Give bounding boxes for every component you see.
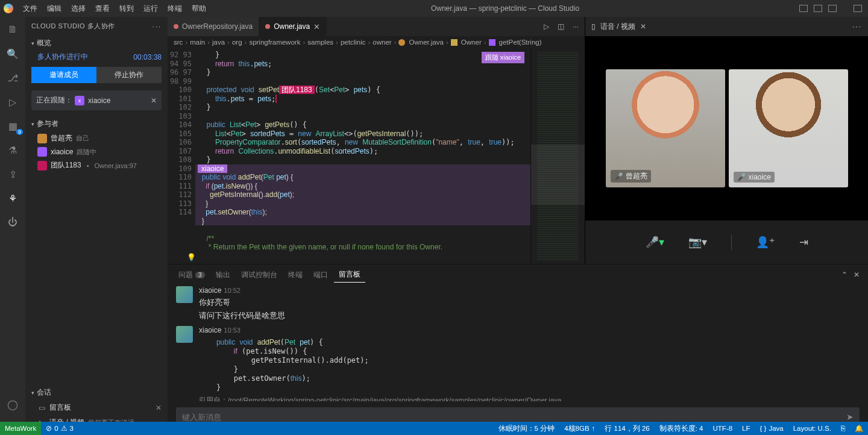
stop-following-button[interactable]: ✕ bbox=[151, 96, 157, 105]
status-layout[interactable]: Layout: U.S. bbox=[788, 425, 836, 432]
status-idle[interactable]: 休眠时间：5 分钟 bbox=[494, 424, 560, 433]
app-logo bbox=[4, 4, 13, 13]
session-messageboard[interactable]: ▭ 留言板 ✕ bbox=[25, 400, 168, 415]
code-area[interactable]: } return this.pets; } protected void set… bbox=[198, 48, 530, 264]
avatar-icon bbox=[176, 286, 193, 303]
menu-file[interactable]: 文件 bbox=[18, 4, 42, 14]
lightbulb-icon[interactable]: 💡 bbox=[187, 253, 196, 261]
panel-tab-debug[interactable]: 调试控制台 bbox=[236, 268, 282, 283]
mic-toggle-button[interactable]: 🎤▾ bbox=[646, 236, 664, 249]
layout-toggle-left-icon[interactable] bbox=[799, 5, 808, 12]
panel-tab-ports[interactable]: 端口 bbox=[309, 268, 333, 283]
editor-tabs: OwnerRepository.java Owner.java ✕ ▷ ◫ ··… bbox=[168, 17, 585, 36]
bottom-panel: 问题3 输出 调试控制台 终端 端口 留言板 ⌃ ✕ xiaoice10:52 … bbox=[168, 264, 868, 435]
leave-call-button[interactable]: ⇥ bbox=[799, 236, 808, 249]
git-modified-icon bbox=[174, 24, 178, 29]
message-item: xiaoice10:52 你好亮哥 请问下这行代码是啥意思 bbox=[176, 286, 860, 321]
run-button-icon[interactable]: ▷ bbox=[544, 22, 549, 31]
sidebar: CLOUD STUDIO 多人协作 ··· 概览 多人协作进行中 00:03:3… bbox=[25, 17, 168, 435]
section-sessions[interactable]: 会话 bbox=[25, 385, 168, 400]
send-button-icon[interactable]: ➤ bbox=[846, 412, 854, 422]
layout-grid-icon[interactable] bbox=[854, 5, 862, 12]
testing-icon[interactable]: ⚗ bbox=[6, 143, 19, 157]
search-icon[interactable]: 🔍 bbox=[6, 47, 19, 60]
panel-tab-terminal[interactable]: 终端 bbox=[283, 268, 307, 283]
participant-row[interactable]: 团队1183 Owner.java:97 bbox=[25, 158, 168, 172]
following-avatar-icon: x bbox=[75, 96, 84, 105]
layout-toggle-right-icon[interactable] bbox=[828, 5, 837, 12]
panel-tab-messageboard[interactable]: 留言板 bbox=[334, 267, 365, 283]
video-camera-icon: ▯ bbox=[591, 22, 596, 31]
code-reference[interactable]: 引用自：/root/RemoteWorking/spring-petclinic… bbox=[199, 396, 860, 401]
explorer-icon[interactable]: 🗎 bbox=[6, 23, 19, 36]
menubar: 文件 编辑 选择 查看 转到 运行 终端 帮助 Owner.java — spr… bbox=[0, 0, 868, 17]
collab-timer: 00:03:38 bbox=[133, 53, 162, 61]
panel-tab-problems[interactable]: 问题3 bbox=[174, 268, 210, 283]
layout-toggle-bottom-icon[interactable] bbox=[814, 5, 822, 12]
more-actions-icon[interactable]: ··· bbox=[852, 22, 862, 31]
add-participant-button[interactable]: 👤⁺ bbox=[756, 236, 775, 249]
video-controls: 🎤▾ 📷▾ 👤⁺ ⇥ bbox=[585, 221, 868, 264]
split-editor-icon[interactable]: ◫ bbox=[558, 22, 564, 31]
status-indent[interactable]: 制表符长度: 4 bbox=[655, 424, 708, 433]
section-overview[interactable]: 概览 bbox=[25, 36, 168, 51]
menu-run[interactable]: 运行 bbox=[139, 4, 163, 14]
status-notifications-icon[interactable]: 🔔 bbox=[850, 424, 868, 433]
status-problems[interactable]: ⊘0 ⚠3 bbox=[41, 424, 78, 433]
video-panel: ▯ 语音 / 视频 ✕ ··· 🎤曾超亮 🎤xiaoice 🎤▾ bbox=[585, 17, 868, 264]
sidebar-more-icon[interactable]: ··· bbox=[153, 23, 162, 30]
account-icon[interactable]: ◯ bbox=[6, 398, 19, 411]
mic-active-icon: 🎤 bbox=[614, 172, 623, 181]
participant-row[interactable]: 曾超亮 自己 bbox=[25, 131, 168, 145]
tab-owner-repository[interactable]: OwnerRepository.java bbox=[168, 17, 259, 36]
git-modified-icon bbox=[265, 24, 270, 29]
minimap[interactable] bbox=[530, 48, 585, 264]
window-title: Owner.java — spring-petclinic — Cloud St… bbox=[431, 4, 579, 13]
extensions-icon[interactable]: ▦ bbox=[6, 119, 19, 133]
section-participants[interactable]: 参与者 bbox=[25, 116, 168, 131]
status-feedback-icon[interactable]: ⎘ bbox=[836, 425, 850, 432]
status-cursor-pos[interactable]: 行 114，列 26 bbox=[600, 424, 654, 433]
message-input[interactable] bbox=[182, 413, 846, 422]
source-control-icon[interactable]: ⎇ bbox=[6, 71, 19, 84]
menu-select[interactable]: 选择 bbox=[66, 4, 90, 14]
rocket-icon[interactable]: ⇪ bbox=[6, 167, 19, 181]
message-list: xiaoice10:52 你好亮哥 请问下这行代码是啥意思 xiaoice10:… bbox=[168, 283, 868, 401]
menu-help[interactable]: 帮助 bbox=[187, 4, 211, 14]
menu-view[interactable]: 查看 bbox=[90, 4, 115, 14]
sidebar-title: CLOUD STUDIO 多人协作 bbox=[31, 22, 115, 31]
menu-go[interactable]: 转到 bbox=[115, 4, 139, 14]
breadcrumb[interactable]: src› main› java› org› springframework› s… bbox=[168, 36, 585, 48]
follow-pill[interactable]: 跟随 xiaoice bbox=[482, 52, 524, 63]
panel-tab-output[interactable]: 输出 bbox=[211, 268, 235, 283]
following-indicator: 正在跟随： x xiaoice ✕ bbox=[31, 90, 162, 110]
close-icon[interactable]: ✕ bbox=[640, 22, 646, 31]
run-debug-icon[interactable]: ▷ bbox=[6, 95, 19, 108]
status-spec[interactable]: 4核8GB↑ bbox=[559, 424, 600, 433]
invite-button[interactable]: 邀请成员 bbox=[31, 67, 96, 83]
power-icon[interactable]: ⏻ bbox=[6, 216, 19, 229]
remote-selection-tag: xiaoice bbox=[198, 164, 227, 174]
collab-icon[interactable]: ⚘ bbox=[6, 192, 19, 205]
menu-terminal[interactable]: 终端 bbox=[163, 4, 187, 14]
stop-collab-button[interactable]: 停止协作 bbox=[96, 67, 162, 83]
video-tile[interactable]: 🎤xiaoice bbox=[729, 69, 848, 187]
status-language[interactable]: { }Java bbox=[755, 425, 788, 432]
participant-row[interactable]: xiaoice 跟随中 bbox=[25, 145, 168, 158]
close-icon[interactable]: ✕ bbox=[313, 22, 320, 31]
tab-owner[interactable]: Owner.java ✕ bbox=[259, 17, 327, 36]
mic-active-icon: 🎤 bbox=[737, 173, 746, 181]
message-item: xiaoice10:53 public void addPet(Pet pet)… bbox=[176, 326, 860, 401]
following-label: 正在跟随： bbox=[36, 95, 72, 105]
more-actions-icon[interactable]: ··· bbox=[573, 22, 579, 31]
status-encoding[interactable]: UTF-8 bbox=[708, 425, 738, 432]
status-metawork[interactable]: MetaWork bbox=[0, 422, 41, 435]
status-bar: MetaWork ⊘0 ⚠3 休眠时间：5 分钟 4核8GB↑ 行 114，列 … bbox=[0, 422, 868, 435]
maximize-panel-icon[interactable]: ⌃ bbox=[839, 271, 850, 279]
video-tile[interactable]: 🎤曾超亮 bbox=[606, 69, 725, 187]
status-eol[interactable]: LF bbox=[737, 425, 755, 432]
camera-toggle-button[interactable]: 📷▾ bbox=[688, 236, 707, 249]
menu-edit[interactable]: 编辑 bbox=[42, 4, 66, 14]
close-icon[interactable]: ✕ bbox=[156, 404, 162, 412]
close-panel-icon[interactable]: ✕ bbox=[851, 271, 862, 279]
